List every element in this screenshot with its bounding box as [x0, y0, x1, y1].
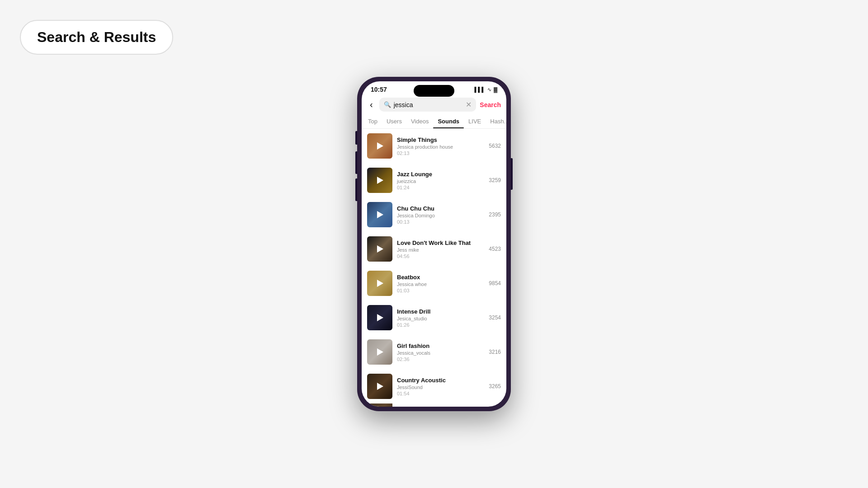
sound-duration: 01:54	[397, 391, 484, 396]
sound-duration: 01:24	[397, 185, 484, 190]
play-button-overlay[interactable]	[367, 133, 392, 159]
sound-thumbnail	[367, 271, 392, 296]
tab-videos[interactable]: Videos	[406, 114, 434, 128]
sound-info: Girl fashion Jessica_vocals 02:36	[397, 343, 484, 362]
sound-title: Jazz Lounge	[397, 171, 484, 178]
play-icon	[377, 177, 383, 184]
play-icon	[377, 314, 383, 321]
list-item[interactable]: Chu Chu Chu Jessica Domingo 00:13 2395	[362, 197, 506, 232]
sound-count: 4523	[489, 246, 501, 252]
sound-duration: 01:03	[397, 288, 484, 293]
play-icon	[377, 211, 383, 218]
phone-screen: 10:57 ▌▌▌ ∿ ▓ ‹ 🔍 jessica ✕ Search	[362, 81, 506, 407]
search-input[interactable]: jessica	[394, 101, 463, 108]
sound-thumbnail	[367, 202, 392, 227]
phone-side-button-mute	[355, 131, 357, 145]
dynamic-island	[414, 85, 454, 97]
search-icon: 🔍	[384, 101, 391, 108]
sound-title: Girl fashion	[397, 343, 484, 349]
page-title: Search & Results	[20, 20, 173, 55]
sound-count: 3259	[489, 177, 501, 183]
play-button-overlay[interactable]	[367, 404, 392, 407]
back-button[interactable]: ‹	[367, 99, 376, 111]
play-button-overlay[interactable]	[367, 305, 392, 330]
play-icon	[377, 245, 383, 253]
sound-info: Love Don't Work Like That Jess mike 04:5…	[397, 239, 484, 259]
sound-title: Intense Drill	[397, 308, 484, 315]
sound-title: Chu Chu Chu	[397, 205, 484, 212]
sound-list: Simple Things Jessica production house 0…	[362, 129, 506, 407]
search-button[interactable]: Search	[480, 101, 501, 108]
sound-title: Country Acoustic	[397, 377, 484, 384]
sound-count: 2395	[489, 211, 501, 218]
tab-users[interactable]: Users	[382, 114, 406, 128]
list-item[interactable]: Folk Bloom	[362, 404, 506, 407]
phone-side-button-vol-up	[355, 151, 357, 174]
search-area: ‹ 🔍 jessica ✕ Search	[362, 95, 506, 114]
sound-artist: Jessica whoe	[397, 282, 484, 287]
sound-title: Simple Things	[397, 136, 484, 143]
play-button-overlay[interactable]	[367, 374, 392, 399]
play-icon	[377, 348, 383, 356]
list-item[interactable]: Simple Things Jessica production house 0…	[362, 129, 506, 163]
sound-artist: jueizzica	[397, 178, 484, 184]
list-item[interactable]: Intense Drill Jesica_studio 01:26 3254	[362, 300, 506, 335]
sound-title: Beatbox	[397, 274, 484, 281]
list-item[interactable]: Country Acoustic JessiSound 01:54 3265	[362, 369, 506, 404]
sound-thumbnail	[367, 168, 392, 193]
list-item[interactable]: Love Don't Work Like That Jess mike 04:5…	[362, 232, 506, 266]
play-icon	[377, 142, 383, 150]
sound-artist: Jessica_vocals	[397, 350, 484, 356]
sound-count: 5632	[489, 143, 501, 149]
play-button-overlay[interactable]	[367, 202, 392, 227]
play-button-overlay[interactable]	[367, 339, 392, 365]
play-button-overlay[interactable]	[367, 236, 392, 262]
tab-live[interactable]: LIVE	[464, 114, 486, 128]
sound-thumbnail	[367, 133, 392, 159]
play-button-overlay[interactable]	[367, 168, 392, 193]
sound-artist: JessiSound	[397, 385, 484, 390]
list-item[interactable]: Jazz Lounge jueizzica 01:24 3259	[362, 163, 506, 197]
sound-info: Jazz Lounge jueizzica 01:24	[397, 171, 484, 190]
tab-sounds[interactable]: Sounds	[433, 114, 464, 128]
sound-artist: Jessica Domingo	[397, 213, 484, 218]
signal-icon: ▌▌▌	[475, 87, 485, 92]
sound-thumbnail	[367, 236, 392, 262]
sound-thumbnail	[367, 305, 392, 330]
sound-info: Country Acoustic JessiSound 01:54	[397, 377, 484, 396]
sound-artist: Jess mike	[397, 247, 484, 253]
search-input-container[interactable]: 🔍 jessica ✕	[379, 98, 476, 112]
sound-count: 3216	[489, 349, 501, 355]
sound-artist: Jesica_studio	[397, 316, 484, 321]
sound-thumbnail	[367, 404, 392, 407]
tab-top[interactable]: Top	[363, 114, 382, 128]
sound-count: 9854	[489, 280, 501, 286]
sound-info: Simple Things Jessica production house 0…	[397, 136, 484, 156]
sound-info: Intense Drill Jesica_studio 01:26	[397, 308, 484, 328]
list-item[interactable]: Beatbox Jessica whoe 01:03 9854	[362, 266, 506, 300]
sound-thumbnail	[367, 339, 392, 365]
tab-hashtags[interactable]: Hash...	[486, 114, 506, 128]
sound-duration: 04:56	[397, 253, 484, 259]
sound-info: Beatbox Jessica whoe 01:03	[397, 274, 484, 293]
clear-search-button[interactable]: ✕	[466, 100, 472, 109]
play-button-overlay[interactable]	[367, 271, 392, 296]
sound-count: 3254	[489, 314, 501, 321]
sound-artist: Jessica production house	[397, 144, 484, 150]
search-tabs: Top Users Videos Sounds LIVE Hash...	[362, 114, 506, 129]
play-icon	[377, 280, 383, 287]
phone-side-button-power	[511, 158, 513, 190]
sound-duration: 02:13	[397, 150, 484, 156]
status-bar: 10:57 ▌▌▌ ∿ ▓	[362, 81, 506, 95]
sound-duration: 01:26	[397, 322, 484, 328]
wifi-icon: ∿	[487, 87, 491, 93]
play-icon	[377, 383, 383, 390]
sound-duration: 00:13	[397, 219, 484, 225]
sound-duration: 02:36	[397, 357, 484, 362]
list-item[interactable]: Girl fashion Jessica_vocals 02:36 3216	[362, 335, 506, 369]
sound-title: Love Don't Work Like That	[397, 239, 484, 246]
phone-mockup: 10:57 ▌▌▌ ∿ ▓ ‹ 🔍 jessica ✕ Search	[357, 77, 511, 411]
sound-info: Chu Chu Chu Jessica Domingo 00:13	[397, 205, 484, 225]
phone-frame: 10:57 ▌▌▌ ∿ ▓ ‹ 🔍 jessica ✕ Search	[357, 77, 511, 411]
status-icons: ▌▌▌ ∿ ▓	[475, 87, 497, 93]
